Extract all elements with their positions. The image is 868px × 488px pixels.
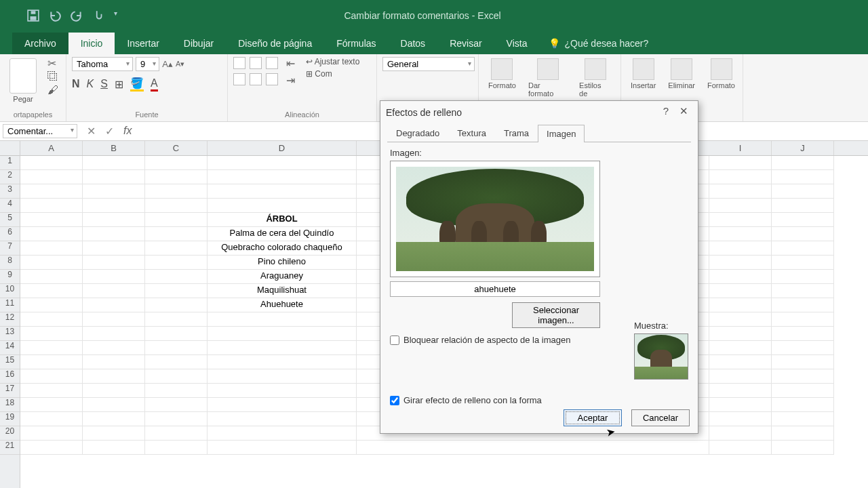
image-name-field[interactable]: ahuehuete: [390, 281, 600, 297]
tab-view[interactable]: Vista: [494, 33, 540, 54]
select-image-button[interactable]: Seleccionar imagen...: [512, 302, 600, 328]
help-icon[interactable]: ?: [657, 105, 675, 120]
row-header[interactable]: 11: [0, 298, 20, 312]
font-color-icon[interactable]: A: [151, 77, 158, 92]
row-header[interactable]: 5: [0, 213, 20, 227]
font-size-combo[interactable]: 9: [136, 57, 159, 71]
font-name-combo[interactable]: Tahoma: [72, 57, 133, 71]
rotate-fill-checkbox[interactable]: Girar efecto de relleno con la forma: [390, 395, 688, 405]
tab-data[interactable]: Datos: [389, 33, 438, 54]
delete-cells-button[interactable]: Eliminar: [664, 57, 699, 91]
cell-styles-button[interactable]: Estilos de: [575, 57, 615, 99]
col-header[interactable]: C: [145, 141, 208, 155]
select-all-corner[interactable]: [0, 141, 20, 156]
row-header[interactable]: 6: [0, 227, 20, 241]
format-cells-button[interactable]: Formato: [703, 57, 739, 91]
format-table-button[interactable]: Dar formato: [524, 57, 571, 99]
tell-me[interactable]: 💡 ¿Qué desea hacer?: [539, 33, 658, 54]
row-header[interactable]: 21: [0, 441, 20, 455]
tab-insert[interactable]: Insertar: [115, 33, 171, 54]
format-painter-icon[interactable]: 🖌: [47, 84, 57, 94]
tab-file[interactable]: Archivo: [12, 33, 68, 54]
fx-icon[interactable]: fx: [123, 125, 136, 138]
increase-font-icon[interactable]: A▴: [162, 59, 173, 69]
redo-icon[interactable]: [71, 9, 83, 22]
undo-icon[interactable]: [49, 9, 61, 22]
cell-d7[interactable]: Quebracho colorado chaqueño: [208, 241, 357, 256]
cell-d10[interactable]: Maquilishuat: [208, 284, 357, 298]
tab-formulas[interactable]: Fórmulas: [324, 33, 388, 54]
cell-d9[interactable]: Araguaney: [208, 270, 357, 284]
image-preview: [396, 167, 594, 271]
name-box[interactable]: Comentar...: [3, 124, 77, 138]
cancel-button[interactable]: Cancelar: [631, 409, 690, 426]
row-header[interactable]: 20: [0, 426, 20, 441]
merge-button[interactable]: ⊞ Com: [306, 69, 359, 79]
tab-draw[interactable]: Dibujar: [172, 33, 226, 54]
tab-pattern[interactable]: Trama: [495, 124, 538, 142]
row-header[interactable]: 13: [0, 327, 20, 341]
copy-icon[interactable]: ⿻: [47, 70, 57, 80]
lock-aspect-input[interactable]: [390, 336, 399, 345]
tab-image[interactable]: Imagen: [538, 125, 585, 142]
row-header[interactable]: 3: [0, 184, 20, 199]
wrap-text-button[interactable]: ↩ Ajustar texto: [306, 57, 359, 66]
col-header[interactable]: D: [208, 141, 357, 155]
ribbon-tabs: Archivo Inicio Insertar Dibujar Diseño d…: [0, 31, 868, 54]
bold-button[interactable]: N: [72, 78, 80, 90]
cell-styles-icon: [585, 58, 606, 80]
row-header[interactable]: 10: [0, 284, 20, 298]
tab-texture[interactable]: Textura: [448, 124, 495, 142]
title-bar: ▾ Cambiar formato comentarios - Excel: [0, 0, 868, 31]
row-header[interactable]: 7: [0, 241, 20, 256]
row-header[interactable]: 9: [0, 270, 20, 284]
number-format-combo[interactable]: General: [382, 57, 475, 71]
touch-icon[interactable]: [92, 9, 104, 22]
alignment-grid[interactable]: [233, 57, 278, 85]
paste-button[interactable]: Pegar: [5, 57, 41, 104]
cell-d8[interactable]: Pino chileno: [208, 256, 357, 270]
col-header[interactable]: I: [709, 141, 772, 155]
row-header[interactable]: 15: [0, 355, 20, 369]
row-header[interactable]: 8: [0, 256, 20, 270]
ok-button[interactable]: Aceptar: [564, 409, 622, 426]
decrease-font-icon[interactable]: A▾: [176, 60, 184, 68]
indent-increase-icon[interactable]: ⇥: [286, 74, 295, 87]
cut-icon[interactable]: ✂: [47, 57, 57, 66]
col-header[interactable]: A: [20, 141, 83, 155]
row-header[interactable]: 4: [0, 199, 20, 213]
italic-button[interactable]: K: [87, 78, 94, 90]
rotate-fill-input[interactable]: [390, 396, 399, 405]
close-icon[interactable]: ✕: [675, 105, 692, 120]
confirm-edit-icon[interactable]: ✓: [105, 125, 114, 138]
tab-layout[interactable]: Diseño de página: [226, 33, 324, 54]
row-header[interactable]: 12: [0, 312, 20, 327]
tab-home[interactable]: Inicio: [68, 33, 115, 54]
row-header[interactable]: 2: [0, 170, 20, 184]
row-header[interactable]: 19: [0, 412, 20, 426]
cell-d5[interactable]: ÁRBOL: [208, 213, 357, 227]
row-header[interactable]: 18: [0, 398, 20, 412]
cell-d11[interactable]: Ahuehuete: [208, 298, 357, 312]
row-header[interactable]: 17: [0, 384, 20, 398]
indent-decrease-icon[interactable]: ⇤: [286, 57, 295, 70]
cell-d6[interactable]: Palma de cera del Quindío: [208, 227, 357, 241]
underline-button[interactable]: S: [100, 78, 108, 90]
col-header[interactable]: J: [772, 141, 834, 155]
tab-gradient[interactable]: Degradado: [387, 124, 448, 142]
col-header[interactable]: B: [83, 141, 145, 155]
conditional-format-button[interactable]: Formato: [484, 57, 520, 91]
tell-me-text: ¿Qué desea hacer?: [564, 38, 648, 49]
save-icon[interactable]: [27, 9, 39, 22]
cancel-edit-icon[interactable]: ✕: [87, 125, 96, 138]
qat-dropdown-icon[interactable]: ▾: [114, 9, 126, 22]
row-header[interactable]: 1: [0, 156, 20, 170]
insert-icon: [633, 58, 654, 80]
row-header[interactable]: 14: [0, 341, 20, 355]
tab-review[interactable]: Revisar: [437, 33, 494, 54]
fill-color-icon[interactable]: 🪣: [130, 77, 144, 92]
insert-cells-button[interactable]: Insertar: [627, 57, 660, 91]
row-headers: 1 2 3 4 5 6 7 8 9 10 11 12 13 14 15 16 1…: [0, 141, 20, 488]
row-header[interactable]: 16: [0, 369, 20, 384]
border-icon[interactable]: ⊞: [115, 78, 123, 91]
